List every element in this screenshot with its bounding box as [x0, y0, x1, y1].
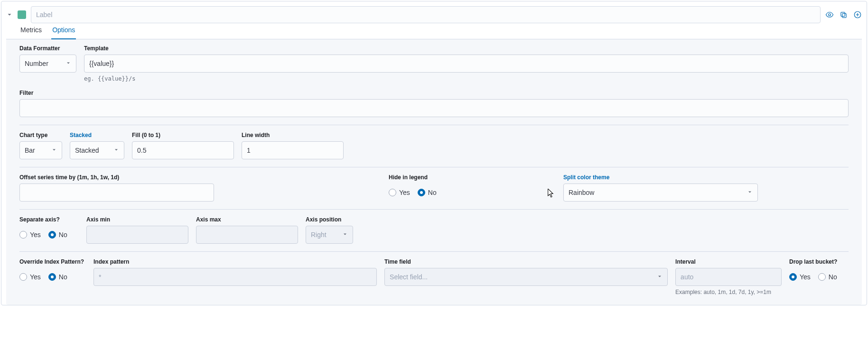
svg-point-0 [829, 14, 831, 16]
drop-last-bucket-label: Drop last bucket? [789, 258, 849, 265]
series-label-input[interactable] [31, 6, 821, 23]
chevron-down-icon [65, 60, 71, 67]
section-axis: Separate axis? Yes No Axis min Axis max … [19, 216, 849, 252]
hide-in-legend-no[interactable]: No [418, 189, 437, 196]
line-width-label: Line width [242, 132, 344, 138]
svg-rect-2 [841, 12, 845, 16]
svg-rect-1 [842, 13, 847, 18]
interval-hint: Examples: auto, 1m, 1d, 7d, 1y, >=1m [675, 289, 782, 295]
data-formatter-select[interactable]: Number [19, 55, 76, 73]
section-offset-legend-split: Offset series time by (1m, 1h, 1w, 1d) H… [19, 174, 849, 210]
chevron-down-icon [113, 147, 119, 154]
eye-icon [825, 10, 834, 19]
plus-circle-icon [853, 10, 862, 19]
separate-axis-yes[interactable]: Yes [19, 231, 41, 239]
template-hint: eg. {{value}}/s [84, 75, 849, 82]
override-index-radio-group: Yes No [19, 268, 86, 286]
stacked-select[interactable]: Stacked [70, 141, 124, 159]
interval-label: Interval [675, 258, 782, 265]
override-index-no[interactable]: No [48, 273, 67, 281]
series-header-row [6, 6, 862, 23]
axis-min-input [86, 226, 188, 244]
chevron-down-icon [6, 11, 13, 18]
separate-axis-label: Separate axis? [19, 216, 79, 223]
drop-last-bucket-radio-group: Yes No [789, 268, 849, 286]
fill-label: Fill (0 to 1) [132, 132, 234, 138]
template-input[interactable] [84, 55, 849, 73]
tab-metrics[interactable]: Metrics [19, 26, 43, 39]
series-color-swatch[interactable] [18, 10, 26, 19]
filter-input[interactable] [19, 99, 849, 117]
axis-max-label: Axis max [196, 216, 298, 223]
line-width-input[interactable] [242, 141, 344, 159]
offset-input[interactable] [19, 184, 214, 202]
visibility-toggle[interactable] [825, 10, 834, 19]
index-pattern-input [93, 268, 377, 286]
filter-label: Filter [19, 90, 849, 96]
template-label: Template [84, 45, 849, 52]
clone-button[interactable] [840, 11, 848, 19]
series-panel: Metrics Options Data Formatter Number Te… [1, 1, 867, 305]
time-field-combobox: Select field... [384, 268, 668, 286]
section-chart-style: Chart type Bar Stacked Stacked Fill (0 t… [19, 132, 849, 167]
data-formatter-label: Data Formatter [19, 45, 76, 52]
collapse-toggle[interactable] [6, 11, 13, 18]
override-index-yes[interactable]: Yes [19, 273, 41, 281]
tabs: Metrics Options [6, 26, 862, 39]
time-field-label: Time field [384, 258, 668, 265]
chart-type-select[interactable]: Bar [19, 141, 62, 159]
axis-min-label: Axis min [86, 216, 188, 223]
options-body: Data Formatter Number Template eg. {{val… [6, 39, 862, 305]
axis-position-select: Right [306, 226, 353, 244]
interval-input [675, 268, 782, 286]
drop-last-bucket-yes[interactable]: Yes [789, 273, 811, 281]
separate-axis-no[interactable]: No [48, 231, 67, 239]
hide-in-legend-yes[interactable]: Yes [389, 189, 410, 196]
drop-last-bucket-no[interactable]: No [818, 273, 837, 281]
fill-input[interactable] [132, 141, 234, 159]
stacked-label[interactable]: Stacked [70, 132, 124, 138]
split-color-theme-select[interactable]: Rainbow [563, 184, 758, 202]
add-button[interactable] [853, 10, 862, 19]
series-actions [825, 10, 862, 19]
hide-in-legend-label: Hide in legend [389, 174, 484, 181]
chart-type-label: Chart type [19, 132, 62, 138]
split-color-theme-label[interactable]: Split color theme [563, 174, 758, 181]
section-index: Override Index Pattern? Yes No Index pat… [19, 258, 849, 295]
copy-icon [840, 11, 848, 19]
separate-axis-radio-group: Yes No [19, 226, 79, 244]
section-format-filter: Data Formatter Number Template eg. {{val… [19, 45, 849, 125]
hide-in-legend-radio-group: Yes No [389, 184, 484, 202]
override-index-label: Override Index Pattern? [19, 258, 86, 265]
axis-max-input [196, 226, 298, 244]
offset-label: Offset series time by (1m, 1h, 1w, 1d) [19, 174, 214, 181]
chevron-down-icon [657, 273, 663, 281]
chevron-down-icon [51, 147, 57, 154]
chevron-down-icon [342, 231, 348, 239]
tab-options[interactable]: Options [51, 26, 76, 39]
axis-position-label: Axis position [306, 216, 353, 223]
index-pattern-label: Index pattern [93, 258, 377, 265]
chevron-down-icon [747, 189, 753, 196]
